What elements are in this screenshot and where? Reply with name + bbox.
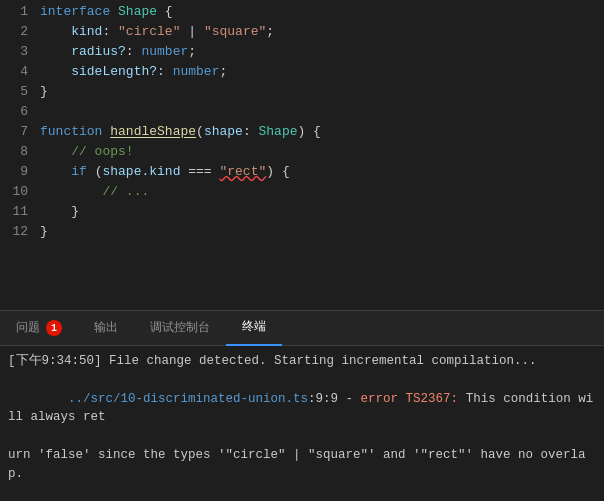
line-content-2: kind: "circle" | "square"; xyxy=(40,22,604,42)
tab-debug-label: 调试控制台 xyxy=(150,311,210,346)
error-code: TS2367: xyxy=(398,392,458,406)
tab-terminal[interactable]: 终端 xyxy=(226,311,282,346)
terminal-content[interactable]: [下午9:34:50] File change detected. Starti… xyxy=(0,346,604,501)
code-line-3: 3 radius?: number; xyxy=(0,42,604,62)
error-dash: - xyxy=(338,392,361,406)
panel: 问题 1 输出 调试控制台 终端 [下午9:34:50] File change… xyxy=(0,310,604,501)
line-number-8: 8 xyxy=(0,142,40,162)
terminal-line-1: [下午9:34:50] File change detected. Starti… xyxy=(8,352,596,371)
line-number-1: 1 xyxy=(0,2,40,22)
line-number-3: 3 xyxy=(0,42,40,62)
code-line-6: 6 xyxy=(0,102,604,122)
code-line-7: 7 function handleShape(shape: Shape) { xyxy=(0,122,604,142)
line-number-5: 5 xyxy=(0,82,40,102)
line-number-11: 11 xyxy=(0,202,40,222)
code-line-10: 10 // ... xyxy=(0,182,604,202)
code-line-12: 12 } xyxy=(0,222,604,242)
terminal-line-2: ../src/10-discriminated-union.ts:9:9 - e… xyxy=(8,371,596,446)
line-number-2: 2 xyxy=(0,22,40,42)
code-line-9: 9 if (shape.kind === "rect") { xyxy=(0,162,604,182)
code-editor[interactable]: 1 interface Shape { 2 kind: "circle" | "… xyxy=(0,0,604,310)
tab-output[interactable]: 输出 xyxy=(78,311,134,346)
code-line-2: 2 kind: "circle" | "square"; xyxy=(0,22,604,42)
tab-debug-console[interactable]: 调试控制台 xyxy=(134,311,226,346)
terminal-line-4 xyxy=(8,483,596,501)
line-number-9: 9 xyxy=(0,162,40,182)
tab-problems-label: 问题 xyxy=(16,311,40,346)
line-number-12: 12 xyxy=(0,222,40,242)
code-line-5: 5 } xyxy=(0,82,604,102)
code-line-11: 11 } xyxy=(0,202,604,222)
line-number-7: 7 xyxy=(0,122,40,142)
terminal-line-3: urn 'false' since the types '"circle" | … xyxy=(8,446,596,484)
line-content-9: if (shape.kind === "rect") { xyxy=(40,162,604,182)
error-location: :9:9 xyxy=(308,392,338,406)
panel-tab-bar: 问题 1 输出 调试控制台 终端 xyxy=(0,311,604,346)
tab-problems[interactable]: 问题 1 xyxy=(0,311,78,346)
code-line-8: 8 // oops! xyxy=(0,142,604,162)
line-content-8: // oops! xyxy=(40,142,604,162)
editor-container: 1 interface Shape { 2 kind: "circle" | "… xyxy=(0,0,604,501)
line-number-10: 10 xyxy=(0,182,40,202)
tab-terminal-label: 终端 xyxy=(242,310,266,345)
line-number-6: 6 xyxy=(0,102,40,122)
line-content-10: // ... xyxy=(40,182,604,202)
tab-output-label: 输出 xyxy=(94,311,118,346)
line-content-11: } xyxy=(40,202,604,222)
error-file: ../src/10-discriminated-union.ts xyxy=(68,392,308,406)
line-content-12: } xyxy=(40,222,604,242)
problems-badge: 1 xyxy=(46,320,62,336)
line-content-7: function handleShape(shape: Shape) { xyxy=(40,122,604,142)
error-label: error xyxy=(361,392,399,406)
code-line-1: 1 interface Shape { xyxy=(0,2,604,22)
code-line-4: 4 sideLength?: number; xyxy=(0,62,604,82)
line-content-5: } xyxy=(40,82,604,102)
line-content-3: radius?: number; xyxy=(40,42,604,62)
line-content-4: sideLength?: number; xyxy=(40,62,604,82)
line-number-4: 4 xyxy=(0,62,40,82)
line-content-6 xyxy=(40,102,604,122)
line-content-1: interface Shape { xyxy=(40,2,604,22)
